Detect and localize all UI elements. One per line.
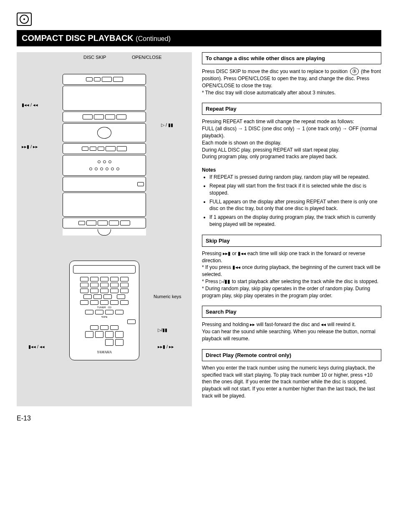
body-search: Pressing and holding ▸▸ will fast-forwar… — [202, 321, 381, 342]
callout-open-close: OPEN/CLOSE — [132, 55, 162, 60]
title-bar: COMPACT DISC PLAYBACK (Continued) — [17, 30, 381, 46]
text: During program play, only programed trac… — [202, 154, 338, 160]
rewind-icon: ◂◂ — [321, 322, 326, 327]
text: Pressing — [202, 251, 223, 256]
notes-title-repeat: Notes — [202, 167, 381, 173]
text: Press DISC SKIP to move the disc you wan… — [202, 68, 349, 74]
text: will rewind it. — [326, 322, 355, 327]
body-repeat: Pressing REPEAT each time will change th… — [202, 118, 381, 160]
section-title-change-disc: To change a disc while other discs are p… — [202, 52, 381, 64]
text: Pressing and holding — [202, 322, 250, 327]
text: * If you press — [202, 264, 232, 270]
note-item: If 1 appears on the display during progr… — [209, 214, 381, 228]
page-root: COMPACT DISC PLAYBACK (Continued) DISC S… — [0, 0, 398, 435]
text: * The disc tray will close automatically… — [202, 90, 336, 96]
fast-forward-icon: ▸▸ — [250, 322, 255, 327]
remote-brand: YAMAHA — [73, 350, 136, 354]
text: * During random play, skip play operates… — [202, 286, 370, 299]
disc-icon — [17, 13, 32, 26]
text: During ALL DISC play, pressing REPEAT wi… — [202, 147, 339, 153]
body-skip: Pressing ▸▸▮ or ▮◂◂ each time will skip … — [202, 250, 381, 299]
main-unit-diagram — [63, 74, 146, 236]
remote-diagram: TUNER CD TAPE YAMAHA — [69, 261, 139, 360]
callout-play-pause: ▷ / ▮▮ — [161, 122, 173, 128]
forward-skip-icon: ▸▸▮ — [223, 251, 231, 256]
text: FULL (all discs) → 1 DISC (one disc only… — [202, 126, 377, 139]
body-change-disc: Press DISC SKIP to move the disc you wan… — [202, 68, 381, 96]
play-pause-icon: ▷/▮▮ — [219, 279, 230, 284]
note-item: FULL appears on the display after pressi… — [209, 198, 381, 213]
page-number: E-13 — [17, 415, 381, 422]
section-title-search: Search Play — [202, 306, 381, 318]
callout-remote-skip-next: ▸▸▮ / ▸▸ — [158, 344, 174, 350]
text: will fast-forward the disc and — [255, 322, 321, 327]
callout-numeric-keys: Numeric keys — [154, 294, 181, 299]
text: You can hear the sound while searching. … — [202, 329, 375, 342]
section-title-repeat: Repeat Play — [202, 103, 381, 115]
notes-list-repeat: If REPEAT is pressed during random play,… — [202, 174, 381, 230]
callout-remote-play-pause: ▷/▮▮ — [158, 327, 167, 333]
text: * Press — [202, 279, 219, 284]
callout-disc-skip: DISC SKIP — [83, 55, 106, 60]
callout-remote-skip-prev: ▮◂◂ / ◂◂ — [28, 344, 45, 350]
instructions-column: To change a disc while other discs are p… — [202, 52, 381, 406]
callout-skip-next: ▸▸▮ / ▸▸ — [22, 144, 38, 149]
circled-3: ③ — [350, 68, 359, 75]
note-item: Repeat play will start from the first tr… — [209, 182, 381, 197]
text: Each mode is shown on the display. — [202, 140, 282, 146]
note-item: If REPEAT is pressed during random play,… — [209, 174, 381, 181]
text: Pressing REPEAT each time will change th… — [202, 119, 354, 124]
text: to start playback after selecting the tr… — [230, 279, 378, 284]
reverse-skip-icon: ▮◂◂ — [232, 264, 240, 270]
callout-skip-prev: ▮◂◂ / ◂◂ — [22, 102, 38, 108]
title-main: COMPACT DISC PLAYBACK — [22, 33, 134, 43]
body-direct: When you enter the track number using th… — [202, 365, 381, 400]
title-sub: (Continued) — [136, 35, 171, 42]
section-title-direct: Direct Play (Remote control only) — [202, 349, 381, 361]
section-title-skip: Skip Play — [202, 235, 381, 247]
diagram-panel: DISC SKIP OPEN/CLOSE ▮◂◂ / ◂◂ ▸▸▮ / ▸▸ ▷… — [17, 52, 192, 406]
reverse-skip-icon: ▮◂◂ — [238, 251, 246, 256]
text: or — [231, 251, 238, 256]
